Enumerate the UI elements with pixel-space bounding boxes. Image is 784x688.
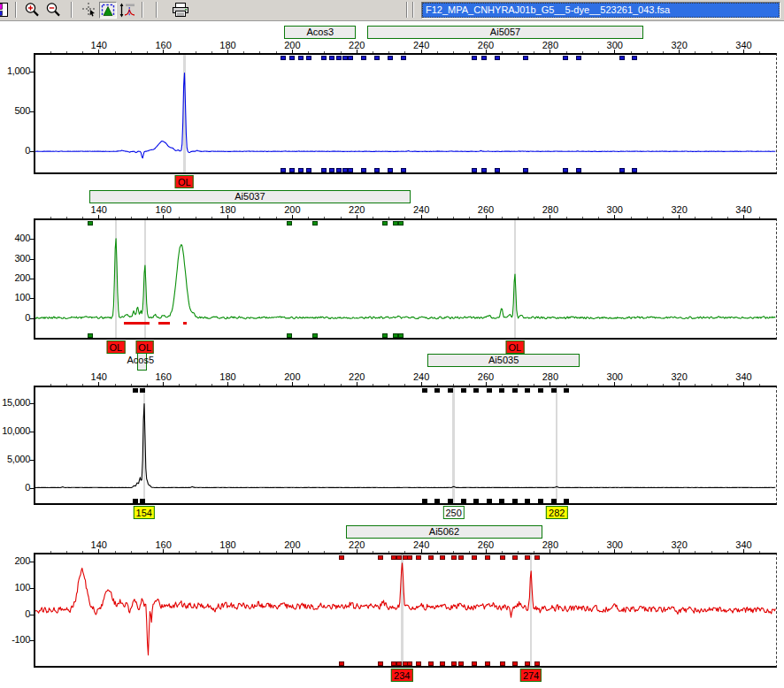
allele-call-label-ol[interactable]: OL xyxy=(135,340,154,354)
y-tick-mark xyxy=(30,640,34,641)
print-button[interactable] xyxy=(170,2,191,19)
bin-markers xyxy=(134,388,569,502)
toolbar: F12_MPA_CNHYRAJ01b_G5__5-dye__523261_043… xyxy=(0,0,784,21)
trace-blue-trace-panel xyxy=(35,73,775,158)
marker-box-ai5062[interactable]: Ai5062 xyxy=(346,525,542,539)
plot-svg-black-trace-panel xyxy=(35,387,776,503)
y-tick-mark xyxy=(30,460,34,461)
marker-box-acos3[interactable]: Acos3 xyxy=(284,26,356,39)
zoom-in-button[interactable] xyxy=(23,2,41,19)
marker-row-black-trace-panel: Acos5Ai5035 xyxy=(0,353,784,371)
x-axis-row-green-trace-panel: 140160180200220240260280300320340 xyxy=(0,203,784,218)
x-tick-label: 300 xyxy=(607,371,623,382)
x-tick-label: 220 xyxy=(349,204,365,215)
x-tick-label: 200 xyxy=(284,204,300,215)
toolbar-separator xyxy=(406,2,408,18)
y-tick-label: 0 xyxy=(0,608,30,619)
marker-box-ai5057[interactable]: Ai5057 xyxy=(367,26,642,39)
y-tick-label: 400 xyxy=(0,233,30,243)
sample-file-field[interactable]: F12_MPA_CNHYRAJ01b_G5__5-dye__523261_043… xyxy=(421,2,780,19)
crosshair-mode-button[interactable] xyxy=(81,2,98,19)
y-tick-mark xyxy=(30,259,34,260)
plot-area-red-trace-panel[interactable] xyxy=(34,553,777,668)
y-tick-label: 10,000 xyxy=(0,425,30,436)
x-tick-label: 200 xyxy=(284,371,300,382)
y-tick-label: 0 xyxy=(0,312,30,323)
y-tick-mark xyxy=(30,318,34,319)
allele-call-label-282[interactable]: 282 xyxy=(546,506,567,519)
y-tick-mark xyxy=(30,403,34,404)
genemapper-plot-window: F12_MPA_CNHYRAJ01b_G5__5-dye__523261_043… xyxy=(0,0,784,688)
size-call-lines xyxy=(143,387,558,503)
call-row-green-trace-panel: OLOLOL xyxy=(0,340,784,353)
sample-file-name[interactable]: F12_MPA_CNHYRAJ01b_G5__5-dye__523261_043… xyxy=(422,3,780,18)
call-row-black-trace-panel: 154250282 xyxy=(0,505,784,524)
allele-call-label-274[interactable]: 274 xyxy=(520,669,542,682)
toolbar-separator xyxy=(142,2,143,18)
y-tick-label: 100 xyxy=(0,582,30,592)
x-tick-label: 260 xyxy=(478,371,494,382)
x-tick-label: 320 xyxy=(671,371,687,382)
allele-call-label-ol[interactable]: OL xyxy=(175,175,194,188)
x-tick-label: 140 xyxy=(91,204,107,215)
dye-indicator-icon[interactable] xyxy=(0,2,9,19)
toolbar-separator xyxy=(156,2,158,18)
y-tick-mark xyxy=(30,151,34,152)
x-axis-row-black-trace-panel: 140160180200220240260280300320340 xyxy=(0,371,784,386)
plot-area-green-trace-panel[interactable] xyxy=(34,218,777,340)
x-tick-label: 260 xyxy=(478,204,494,215)
plot-area-blue-trace-panel[interactable] xyxy=(34,53,777,174)
y-tick-label: 1,000 xyxy=(0,65,30,76)
zoom-out-button[interactable] xyxy=(44,2,62,19)
size-call-lines xyxy=(115,220,516,338)
y-tick-mark xyxy=(30,279,34,279)
x-tick-label: 160 xyxy=(155,371,171,382)
quality-flag-dashes xyxy=(124,322,187,325)
plot-svg-green-trace-panel xyxy=(35,220,776,338)
plot-area-black-trace-panel[interactable] xyxy=(34,386,777,505)
x-tick-label: 240 xyxy=(413,371,429,382)
x-tick-label: 180 xyxy=(219,371,235,382)
trace-green-trace-panel xyxy=(35,239,775,319)
x-tick-label: 340 xyxy=(735,371,751,382)
trace-red-trace-panel xyxy=(35,563,775,655)
y-tick-label: 200 xyxy=(0,555,30,566)
bin-markers xyxy=(281,56,637,172)
y-tick-mark xyxy=(30,615,34,615)
y-tick-label: 500 xyxy=(0,105,30,116)
zoom-in-icon xyxy=(24,2,41,19)
marker-row-green-trace-panel: Ai5037 xyxy=(0,189,784,203)
allele-call-label-154[interactable]: 154 xyxy=(134,506,155,519)
plot-svg-red-trace-panel xyxy=(35,554,776,666)
call-row-red-trace-panel: 234274 xyxy=(0,668,784,688)
allele-call-label-ol[interactable]: OL xyxy=(107,340,126,354)
size-standard-curve-button[interactable] xyxy=(118,2,135,19)
marker-box-ai5037[interactable]: Ai5037 xyxy=(89,190,411,203)
y-tick-label: -100 xyxy=(0,634,30,645)
toolbar-separator xyxy=(71,2,73,18)
marker-row-blue-trace-panel: Acos3Ai5057 xyxy=(0,25,784,39)
allele-call-label-250[interactable]: 250 xyxy=(442,506,464,519)
sizing-icon xyxy=(119,2,135,18)
allele-call-label-ol[interactable]: OL xyxy=(506,340,525,354)
zoom-out-icon xyxy=(45,2,62,19)
x-tick-label: 160 xyxy=(155,204,171,215)
plot-svg-blue-trace-panel xyxy=(35,55,776,172)
trace-black-trace-panel xyxy=(35,404,775,488)
toolbar-separator xyxy=(412,2,414,18)
y-tick-mark xyxy=(30,111,34,112)
x-tick-label: 320 xyxy=(671,204,687,215)
x-tick-label: 180 xyxy=(219,204,235,215)
peak-display-toggle-button[interactable] xyxy=(99,2,117,19)
allele-call-label-234[interactable]: 234 xyxy=(391,669,412,682)
x-tick-label: 280 xyxy=(542,204,558,215)
x-axis-row-blue-trace-panel: 140160180200220240260280300320340 xyxy=(0,39,784,53)
x-tick-label: 140 xyxy=(91,371,107,382)
marker-box-ai5035[interactable]: Ai5035 xyxy=(427,354,579,367)
marker-row-red-trace-panel: Ai5062 xyxy=(0,524,784,539)
y-tick-mark xyxy=(30,562,34,562)
x-tick-label: 280 xyxy=(542,371,558,382)
x-tick-label: 240 xyxy=(413,204,429,215)
y-tick-label: 5,000 xyxy=(0,454,30,464)
peak-icon xyxy=(100,3,116,18)
